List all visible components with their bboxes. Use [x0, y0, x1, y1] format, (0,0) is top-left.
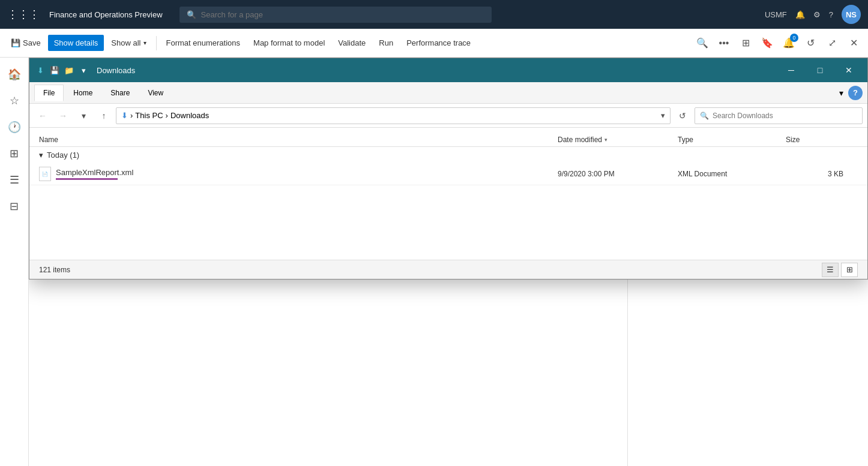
- file-name-cell: 📄 SampleXmlReport.xml: [39, 167, 558, 181]
- table-row[interactable]: 📄 SampleXmlReport.xml 9/9/2020 3:00 PM X…: [29, 163, 867, 185]
- nav-separator-2: ›: [166, 111, 168, 120]
- sidebar-star-icon[interactable]: ☆: [2, 89, 26, 113]
- downloads-titlebar: ⬇ 💾 📁 ▾ Downloads ─ □ ✕: [29, 58, 867, 82]
- badge-count: 0: [790, 34, 798, 42]
- file-type: XML Document: [678, 170, 786, 178]
- file-name: SampleXmlReport.xml: [56, 168, 133, 177]
- format-enumerations-button[interactable]: Format enumerations: [160, 35, 247, 51]
- user-avatar[interactable]: NS: [842, 5, 861, 24]
- search-downloads[interactable]: 🔍: [695, 107, 863, 124]
- sort-icon: ▾: [604, 137, 607, 143]
- address-refresh-button[interactable]: ↺: [674, 107, 691, 124]
- sidebar-grid-icon[interactable]: ⊞: [2, 142, 26, 166]
- search-downloads-input[interactable]: [713, 112, 857, 120]
- sidebar-recent-icon[interactable]: 🕐: [2, 115, 26, 139]
- top-nav: ⋮⋮⋮ Finance and Operations Preview 🔍 USM…: [0, 0, 868, 29]
- file-size: 3 KB: [786, 170, 858, 178]
- list-view-button[interactable]: ☰: [822, 263, 839, 277]
- col-type[interactable]: Type: [678, 136, 786, 146]
- help-icon[interactable]: ?: [829, 10, 833, 19]
- downloads-ribbon: File Home Share View ▾ ?: [29, 82, 867, 104]
- window-controls: ─ □ ✕: [777, 61, 863, 79]
- validate-button[interactable]: Validate: [332, 35, 372, 51]
- dl-drive-icon: ⬇: [121, 111, 128, 120]
- run-button[interactable]: Run: [373, 35, 399, 51]
- settings-icon[interactable]: ⚙: [813, 10, 821, 19]
- search-icon: 🔍: [187, 10, 196, 19]
- group-label: Today (1): [47, 151, 79, 160]
- dl-search-icon: 🔍: [700, 112, 709, 120]
- show-all-chevron-icon: ▾: [143, 40, 146, 46]
- dl-pin-icon[interactable]: ⬇: [34, 64, 46, 76]
- downloads-statusbar: 121 items ☰ ⊞: [29, 260, 867, 279]
- nav-forward-button[interactable]: →: [55, 107, 71, 124]
- this-pc-label[interactable]: This PC: [135, 111, 163, 120]
- titlebar-icons: ⬇ 💾 📁 ▾: [34, 64, 89, 76]
- expand-chevron-icon[interactable]: ▾: [839, 88, 843, 98]
- grid-view-button[interactable]: ⊞: [736, 34, 755, 53]
- item-count: 121 items: [39, 266, 70, 274]
- bookmark-button[interactable]: 🔖: [758, 34, 777, 53]
- app-grid-icon[interactable]: ⋮⋮⋮: [7, 8, 40, 21]
- notification-badge[interactable]: 🔔 0: [779, 34, 798, 53]
- save-button[interactable]: 💾 Save: [5, 35, 47, 51]
- address-path-bar[interactable]: ⬇ › This PC › Downloads ▾: [116, 107, 671, 124]
- global-search[interactable]: 🔍: [179, 7, 492, 23]
- show-all-button[interactable]: Show all ▾: [105, 35, 152, 51]
- minimize-button[interactable]: ─: [777, 61, 805, 79]
- column-headers: Name Date modified ▾ Type Size: [29, 128, 867, 147]
- path-dropdown-icon[interactable]: ▾: [661, 111, 665, 120]
- main-layout: 🏠 ☆ 🕐 ⊞ ☰ ⊟ FORMAT TO LEARN DEFERRED XML…: [0, 58, 868, 466]
- sidebar-home-icon[interactable]: 🏠: [2, 62, 26, 86]
- top-nav-right: USMF 🔔 ⚙ ? NS: [765, 5, 861, 24]
- downloads-folder-label[interactable]: Downloads: [170, 111, 209, 120]
- dl-tab-home[interactable]: Home: [65, 85, 101, 101]
- ribbon: 💾 Save Show details Show all ▾ Format en…: [0, 29, 868, 58]
- downloads-file-list: Name Date modified ▾ Type Size ▾: [29, 128, 867, 260]
- global-search-input[interactable]: [201, 10, 484, 19]
- expand-button[interactable]: ⤢: [822, 34, 842, 53]
- xml-file-icon: 📄: [39, 167, 51, 181]
- file-progress-bar: [56, 178, 118, 180]
- dl-ribbon-right: ▾ ?: [839, 86, 863, 100]
- nav-separator-1: ›: [130, 111, 133, 120]
- save-icon: 💾: [11, 38, 20, 47]
- col-date-modified[interactable]: Date modified ▾: [558, 136, 678, 146]
- dl-tab-view[interactable]: View: [139, 85, 172, 101]
- dl-help-button[interactable]: ?: [848, 86, 863, 100]
- downloads-address-bar: ← → ▾ ↑ ⬇ › This PC › Downloads ▾ ↺ 🔍: [29, 104, 867, 128]
- ribbon-right: 🔍 ••• ⊞ 🔖 🔔 0 ↺ ⤢ ✕: [693, 34, 863, 53]
- sidebar-list-icon[interactable]: ☰: [2, 168, 26, 192]
- dl-menu-icon[interactable]: ▾: [77, 64, 89, 76]
- col-name[interactable]: Name: [39, 136, 558, 146]
- maximize-button[interactable]: □: [806, 61, 834, 79]
- dl-tab-file[interactable]: File: [34, 85, 64, 101]
- performance-trace-button[interactable]: Performance trace: [400, 35, 477, 51]
- app-title: Finance and Operations Preview: [49, 10, 163, 19]
- nav-back-button[interactable]: ←: [34, 107, 51, 124]
- map-format-button[interactable]: Map format to model: [247, 35, 331, 51]
- downloads-window: ⬇ 💾 📁 ▾ Downloads ─ □ ✕ File Home Share …: [29, 58, 868, 279]
- nav-recent-button[interactable]: ▾: [75, 107, 92, 124]
- show-details-button[interactable]: Show details: [48, 35, 104, 51]
- content-area: FORMAT TO LEARN DEFERRED XML ELEMENTS : …: [29, 58, 868, 466]
- col-size[interactable]: Size: [786, 136, 858, 146]
- search-ribbon-button[interactable]: 🔍: [693, 34, 712, 53]
- dl-folder-icon[interactable]: 📁: [63, 64, 75, 76]
- ribbon-separator: [156, 36, 157, 50]
- details-view-button[interactable]: ⊞: [841, 263, 858, 277]
- sidebar: 🏠 ☆ 🕐 ⊞ ☰ ⊟: [0, 58, 29, 466]
- close-ribbon-button[interactable]: ✕: [844, 34, 863, 53]
- dl-save-icon[interactable]: 💾: [49, 64, 61, 76]
- sidebar-filter-icon[interactable]: ⊟: [2, 194, 26, 218]
- dl-tab-share[interactable]: Share: [102, 85, 138, 101]
- file-date: 9/9/2020 3:00 PM: [558, 170, 678, 178]
- statusbar-right: ☰ ⊞: [822, 263, 858, 277]
- usmf-label: USMF: [765, 10, 787, 19]
- group-today[interactable]: ▾ Today (1): [29, 147, 867, 163]
- more-options-button[interactable]: •••: [714, 34, 734, 53]
- nav-up-button[interactable]: ↑: [95, 107, 112, 124]
- refresh-button[interactable]: ↺: [801, 34, 820, 53]
- notification-icon[interactable]: 🔔: [795, 10, 805, 19]
- close-window-button[interactable]: ✕: [835, 61, 863, 79]
